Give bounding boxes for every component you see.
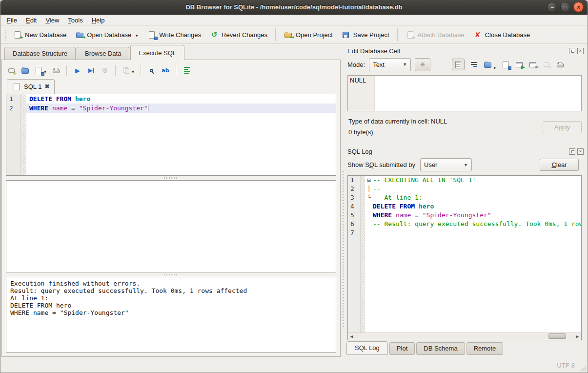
window-controls: − □ × — [547, 2, 584, 12]
editor-line[interactable]: 2WHERE name = "Spider-Youngster" — [6, 104, 336, 113]
chevron-down-icon: ▼ — [464, 163, 468, 167]
dock-float-icon[interactable] — [569, 48, 575, 54]
sql-log-view[interactable]: 1⊟-- EXECUTING ALL IN 'SQL 1'2│--3└-- At… — [347, 175, 582, 340]
save-sql-file-icon[interactable] — [34, 66, 43, 75]
log-line: 7 — [348, 228, 581, 237]
apply-settings-button[interactable]: ✳ → — [415, 58, 430, 71]
copy-link-icon[interactable]: ∞ — [528, 60, 537, 69]
menu-file[interactable]: File — [2, 16, 21, 25]
minimize-button[interactable]: − — [547, 2, 557, 12]
encoding-indicator[interactable]: UTF-8 — [557, 362, 575, 369]
print-cell-icon[interactable] — [556, 60, 565, 69]
attach-database-button[interactable]: +Attach Database — [402, 28, 469, 41]
menu-view[interactable]: View — [41, 16, 63, 25]
app-window: DB Browser for SQLite - /home/user/code/… — [0, 0, 588, 373]
menu-bar: FileEditViewToolsHelp — [0, 15, 588, 26]
sql-log-lines: 1⊟-- EXECUTING ALL IN 'SQL 1'2│--3└-- At… — [348, 176, 581, 340]
dropdown-arrow-icon[interactable]: ▼ — [131, 70, 135, 75]
dropdown-arrow-icon[interactable]: ▼ — [135, 34, 139, 39]
write-changes-button[interactable]: Write Changes — [143, 28, 205, 41]
scrollbar-thumb[interactable] — [548, 333, 566, 339]
line-number: 3 — [348, 193, 361, 202]
sql-tab-close-icon[interactable]: ✖ — [44, 83, 49, 90]
tab-db-schema[interactable]: DB Schema — [416, 342, 465, 355]
sql-tab[interactable]: SQL 1 ✖ — [7, 79, 55, 94]
horizontal-scrollbar[interactable]: ◀ ▶ — [348, 332, 581, 340]
sql-editor-toolbar: +▼▶▶⊗▼ab — [6, 63, 336, 79]
stop-icon[interactable]: ⊗ — [101, 66, 109, 75]
line-number: 1 — [348, 176, 361, 185]
execution-output-pane[interactable]: Execution finished without errors. Resul… — [6, 277, 336, 352]
splitter-handle[interactable] — [6, 176, 336, 180]
cell-type-info: Type of data currently in cell: NULL — [348, 116, 543, 127]
text-mode-icon[interactable] — [452, 59, 465, 70]
execute-all-icon[interactable]: ▶ — [73, 66, 82, 75]
dock-close-icon[interactable]: × — [577, 48, 584, 54]
mode-label: Mode: — [347, 61, 365, 68]
resize-grip[interactable] — [580, 365, 586, 371]
apply-button[interactable]: Apply — [543, 121, 582, 133]
write-changes-icon — [147, 30, 156, 39]
clear-button[interactable]: Clear — [540, 159, 579, 171]
splitter-handle[interactable] — [6, 272, 336, 277]
format-sql-icon[interactable] — [182, 66, 191, 75]
main-tab-bar: Database StructureBrowse DataExecute SQL — [1, 45, 341, 60]
close-button[interactable]: × — [573, 2, 584, 12]
import-data-icon[interactable] — [483, 60, 492, 69]
chevron-down-icon: ▼ — [403, 62, 407, 67]
find-icon[interactable] — [147, 66, 156, 75]
main-area: Database StructureBrowse DataExecute SQL… — [0, 44, 588, 358]
results-pane[interactable] — [6, 180, 336, 272]
tab-database-structure[interactable]: Database Structure — [4, 47, 76, 60]
new-sql-tab-icon[interactable]: + — [7, 66, 16, 75]
submitted-by-value: User — [424, 161, 437, 168]
open-sql-file-icon[interactable] — [20, 66, 29, 75]
sql-editor[interactable]: 1DELETE FROM hero2WHERE name = "Spider-Y… — [6, 94, 336, 176]
submitted-by-select[interactable]: User ▼ — [420, 158, 472, 171]
bottom-tab-bar: SQL LogPlotDB SchemaRemote — [345, 340, 585, 358]
maximize-button[interactable]: □ — [560, 2, 570, 12]
set-null-icon[interactable]: − — [542, 60, 551, 69]
execute-sql-panel: +▼▶▶⊗▼ab SQL 1 ✖ 1DELETE FROM hero2WHERE… — [1, 60, 341, 357]
tab-execute-sql[interactable]: Execute SQL — [130, 45, 184, 60]
close-database-button[interactable]: ✘Close Database — [469, 28, 535, 41]
scroll-right-icon[interactable]: ▶ — [574, 333, 581, 340]
scroll-left-icon[interactable]: ◀ — [348, 333, 355, 340]
title-bar[interactable]: DB Browser for SQLite - /home/user/code/… — [0, 0, 588, 15]
export-data-icon[interactable] — [501, 60, 510, 69]
line-number: 1 — [6, 94, 21, 104]
menu-edit[interactable]: Edit — [21, 16, 41, 25]
dock-close-icon[interactable]: × — [577, 148, 584, 155]
attach-database-icon: + — [406, 30, 415, 39]
tab-plot[interactable]: Plot — [389, 342, 415, 355]
menu-help[interactable]: Help — [87, 16, 109, 25]
menu-tools[interactable]: Tools — [63, 16, 87, 25]
execute-current-line-icon[interactable]: ▶ — [87, 66, 96, 75]
open-external-icon[interactable]: ▶ — [515, 60, 524, 69]
export-results-icon[interactable] — [122, 66, 131, 75]
revert-changes-button[interactable]: ↺Revert Changes — [205, 28, 272, 41]
dock-float-icon[interactable] — [569, 148, 575, 155]
print-icon[interactable] — [52, 66, 61, 75]
open-project-button[interactable]: →Open Project — [280, 28, 337, 41]
word-wrap-icon[interactable] — [469, 60, 478, 69]
save-project-button[interactable]: Save Project — [337, 28, 394, 41]
dropdown-arrow-icon[interactable]: ▼ — [493, 66, 496, 70]
open-database-button[interactable]: →Open Database▼ — [71, 28, 143, 41]
sql-file-icon — [12, 82, 21, 91]
find-replace-icon[interactable]: ab — [161, 66, 170, 75]
vertical-splitter-handle[interactable] — [341, 44, 345, 358]
edit-cell-mode-row: Mode: Text ▼ ✳ → ▼▶∞− — [345, 56, 585, 73]
cell-value-editor[interactable]: NULL — [347, 75, 582, 111]
new-database-button[interactable]: +New Database — [9, 28, 71, 41]
cell-info-row: Type of data currently in cell: NULL 0 b… — [345, 111, 585, 141]
editor-line[interactable]: 1DELETE FROM hero — [6, 94, 336, 104]
mode-select[interactable]: Text ▼ — [369, 58, 411, 71]
tab-browse-data[interactable]: Browse Data — [77, 47, 129, 60]
line-number: 5 — [348, 211, 361, 220]
line-number: 2 — [6, 104, 21, 113]
log-line: 6-- Result: query executed successfully.… — [348, 220, 581, 228]
fold-collapse-icon[interactable]: ⊟ — [365, 176, 373, 185]
tab-remote[interactable]: Remote — [466, 342, 504, 355]
tab-sql-log[interactable]: SQL Log — [346, 341, 388, 355]
